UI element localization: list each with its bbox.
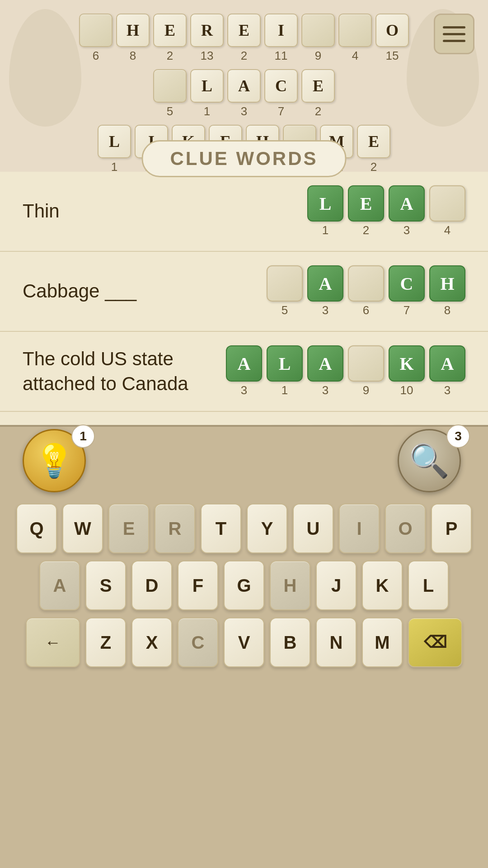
keyboard-rows: QWERTYUIOPASDFGHJKL←ZXCVBNM⌫	[0, 499, 488, 672]
puzzle-tile	[338, 14, 372, 47]
puzzle-tile-group: 5	[153, 69, 187, 118]
answer-tile-group: H8	[429, 265, 465, 317]
puzzle-tile: L	[98, 125, 131, 158]
answer-tile: A	[307, 265, 343, 302]
answer-tile-number: 8	[444, 303, 450, 317]
key-g[interactable]: G	[224, 561, 264, 610]
answer-tile-group: L1	[267, 345, 303, 397]
answer-tile-group: A3	[307, 345, 343, 397]
puzzle-tile-group: E2	[153, 14, 187, 63]
key-w[interactable]: W	[62, 504, 103, 553]
puzzle-tile: C	[264, 69, 298, 103]
puzzle-tile: O	[375, 14, 409, 47]
answer-tile-number: 2	[363, 223, 369, 237]
answer-tile-group: 9	[348, 345, 384, 397]
answer-tile-number: 3	[444, 383, 450, 397]
answer-tile	[348, 265, 384, 302]
puzzle-tile	[301, 14, 335, 47]
answer-tile: A	[226, 345, 262, 382]
key-o[interactable]: O	[385, 504, 426, 553]
key-e[interactable]: E	[108, 504, 149, 553]
answer-tile	[267, 265, 303, 302]
key-r[interactable]: R	[155, 504, 195, 553]
keyboard-area: 💡 1 🔍 3 QWERTYUIOPASDFGHJKL←ZXCVBNM⌫	[0, 425, 488, 868]
key-d[interactable]: D	[131, 561, 172, 610]
key-back[interactable]: ←	[26, 618, 80, 667]
puzzle-tile: H	[116, 14, 150, 47]
answer-tile: C	[389, 265, 425, 302]
puzzle-tile: E	[153, 14, 187, 47]
tile-number: 6	[93, 49, 99, 63]
keyboard-row-2: ASDFGHJKL	[39, 561, 449, 610]
key-y[interactable]: Y	[247, 504, 287, 553]
menu-button[interactable]	[434, 14, 474, 54]
answer-tile: H	[429, 265, 465, 302]
key-t[interactable]: T	[201, 504, 241, 553]
key-h[interactable]: H	[270, 561, 310, 610]
tile-number: 11	[275, 49, 288, 63]
key-n[interactable]: N	[316, 618, 357, 667]
answer-tile-group: 5	[267, 265, 303, 317]
hint-row: 💡 1 🔍 3	[0, 427, 488, 499]
answer-tile-number: 10	[400, 383, 413, 397]
key-m[interactable]: M	[362, 618, 403, 667]
tile-number: 2	[241, 49, 247, 63]
clue-text: The cold US state attached to Canada	[23, 347, 221, 396]
answer-tile-number: 4	[444, 223, 450, 237]
key-delete[interactable]: ⌫	[408, 618, 462, 667]
key-k[interactable]: K	[362, 561, 403, 610]
puzzle-tile-group: R13	[190, 14, 224, 63]
bulb-count-badge: 1	[71, 425, 95, 448]
key-i[interactable]: I	[339, 504, 380, 553]
magnify-count-badge: 3	[446, 425, 470, 448]
key-j[interactable]: J	[316, 561, 357, 610]
clue-item: Use the mind6H8I114K10	[0, 412, 488, 425]
tile-number: 4	[352, 49, 358, 63]
puzzle-tile: I	[264, 14, 298, 47]
answer-tile: A	[307, 345, 343, 382]
puzzle-tile-group: E2	[301, 69, 335, 118]
key-s[interactable]: S	[85, 561, 126, 610]
puzzle-tile-group: A3	[227, 69, 261, 118]
tile-number: 7	[278, 104, 284, 118]
answer-tile-group: K10	[389, 345, 425, 397]
answer-tile: A	[389, 185, 425, 222]
tile-number: 9	[315, 49, 321, 63]
key-z[interactable]: Z	[85, 618, 126, 667]
answer-tiles: A3L1A39K10A3	[226, 345, 465, 397]
answer-tile-number: 6	[363, 303, 369, 317]
answer-tile-group: A3	[389, 185, 425, 237]
key-f[interactable]: F	[178, 561, 218, 610]
tile-number: 13	[201, 49, 214, 63]
clue-item: ThinL1E2A34	[0, 172, 488, 252]
answer-tile-number: 5	[282, 303, 288, 317]
key-v[interactable]: V	[224, 618, 264, 667]
puzzle-row-1: 6H8E2R13E2I1194O15	[79, 14, 409, 63]
key-a[interactable]: A	[39, 561, 80, 610]
key-x[interactable]: X	[131, 618, 172, 667]
puzzle-tile: R	[190, 14, 224, 47]
answer-tile	[429, 185, 465, 222]
answer-tile: L	[267, 345, 303, 382]
key-c[interactable]: C	[178, 618, 218, 667]
puzzle-tile-group: E2	[357, 125, 390, 174]
puzzle-tile-group: L1	[98, 125, 131, 174]
keyboard-row-3: ←ZXCVBNM⌫	[26, 618, 462, 667]
answer-tile-group: A3	[429, 345, 465, 397]
key-b[interactable]: B	[270, 618, 310, 667]
answer-tiles: L1E2A34	[307, 185, 465, 237]
key-u[interactable]: U	[293, 504, 333, 553]
clue-words-banner: CLUE WORDS	[142, 140, 347, 177]
answer-tiles: 5A36C7H8	[267, 265, 465, 317]
key-p[interactable]: P	[431, 504, 472, 553]
puzzle-tile: E	[227, 14, 261, 47]
puzzle-tile-group: C7	[264, 69, 298, 118]
key-q[interactable]: Q	[16, 504, 57, 553]
magnify-hint-button[interactable]: 🔍 3	[398, 429, 465, 497]
clue-section: ThinL1E2A34Cabbage ___5A36C7H8The cold U…	[0, 172, 488, 425]
puzzle-tile-group: O15	[375, 14, 409, 63]
answer-tile	[348, 345, 384, 382]
key-l[interactable]: L	[408, 561, 449, 610]
bulb-hint-button[interactable]: 💡 1	[23, 429, 90, 497]
answer-tile: L	[307, 185, 343, 222]
